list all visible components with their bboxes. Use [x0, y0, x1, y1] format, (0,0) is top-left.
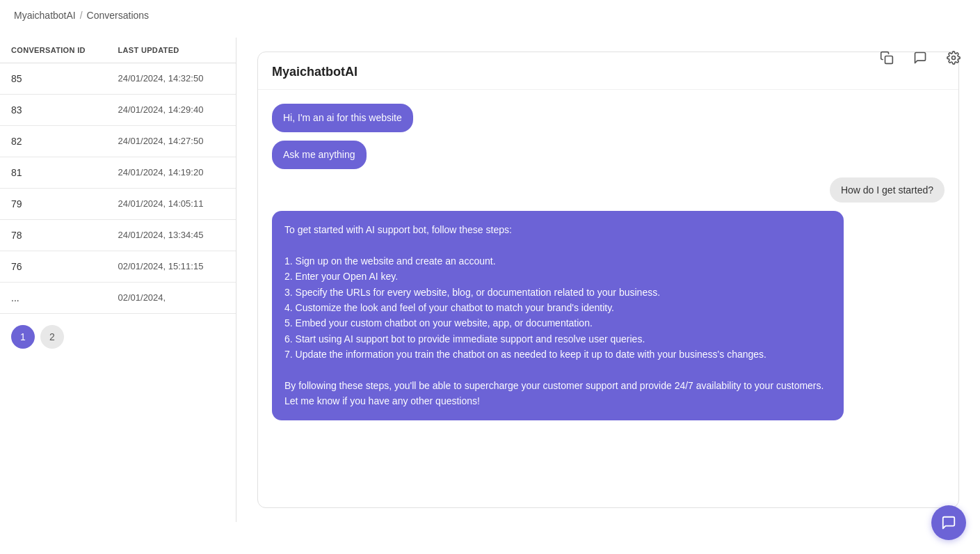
- table-row[interactable]: 78 24/01/2024, 13:34:45: [0, 220, 236, 251]
- copy-icon-button[interactable]: [874, 45, 899, 70]
- table-row[interactable]: 83 24/01/2024, 14:29:40: [0, 95, 236, 126]
- copy-icon: [880, 51, 894, 65]
- conv-date: 24/01/2024, 14:29:40: [118, 104, 225, 116]
- table-row[interactable]: 85 24/01/2024, 14:32:50: [0, 63, 236, 95]
- conv-id: ...: [11, 292, 118, 303]
- page-2-button[interactable]: 2: [40, 325, 64, 349]
- chat-widget-button[interactable]: [931, 505, 966, 540]
- main-layout: CONVERSATION ID LAST UPDATED 85 24/01/20…: [0, 38, 980, 522]
- breadcrumb-root[interactable]: MyaichatbotAI: [14, 10, 76, 21]
- bot-message: To get started with AI support bot, foll…: [272, 211, 844, 420]
- breadcrumb-current: Conversations: [87, 10, 150, 21]
- page-1-button[interactable]: 1: [11, 325, 35, 349]
- chat-title: MyaichatbotAI: [258, 52, 958, 90]
- conv-id: 83: [11, 104, 118, 116]
- table-row[interactable]: 79 24/01/2024, 14:05:11: [0, 189, 236, 220]
- svg-rect-0: [885, 56, 893, 64]
- breadcrumb: MyaichatbotAI / Conversations: [0, 0, 980, 31]
- conversation-rows: 85 24/01/2024, 14:32:50 83 24/01/2024, 1…: [0, 63, 236, 314]
- table-row[interactable]: 81 24/01/2024, 14:19:20: [0, 157, 236, 189]
- svg-point-1: [952, 56, 956, 60]
- column-header-date: LAST UPDATED: [118, 46, 225, 54]
- conv-date: 24/01/2024, 14:27:50: [118, 136, 225, 147]
- gear-icon: [947, 51, 961, 65]
- conv-date: 02/01/2024,: [118, 292, 225, 303]
- chat-messages: Hi, I'm an ai for this websiteAsk me any…: [258, 90, 958, 507]
- table-row[interactable]: 76 02/01/2024, 15:11:15: [0, 251, 236, 283]
- conv-id: 79: [11, 198, 118, 209]
- conv-date: 24/01/2024, 14:05:11: [118, 198, 225, 209]
- table-row[interactable]: ... 02/01/2024,: [0, 283, 236, 314]
- pagination: 1 2: [0, 314, 236, 360]
- chat-widget-icon: [941, 515, 956, 530]
- conv-date: 02/01/2024, 15:11:15: [118, 261, 225, 272]
- table-row[interactable]: 82 24/01/2024, 14:27:50: [0, 126, 236, 157]
- bot-message: Hi, I'm an ai for this website: [272, 104, 413, 132]
- sidebar-header: CONVERSATION ID LAST UPDATED: [0, 38, 236, 63]
- chat-icon: [913, 51, 927, 65]
- conv-id: 81: [11, 167, 118, 178]
- bot-message: Ask me anything: [272, 141, 367, 169]
- breadcrumb-separator: /: [80, 10, 83, 21]
- user-message: How do I get started?: [830, 177, 945, 203]
- conversation-list: CONVERSATION ID LAST UPDATED 85 24/01/20…: [0, 38, 236, 522]
- chat-panel: MyaichatbotAI Hi, I'm an ai for this web…: [236, 38, 980, 522]
- conv-date: 24/01/2024, 14:32:50: [118, 73, 225, 84]
- settings-icon-button[interactable]: [941, 45, 966, 70]
- chat-icon-button[interactable]: [908, 45, 933, 70]
- conv-id: 82: [11, 136, 118, 147]
- conv-id: 85: [11, 73, 118, 84]
- toolbar: [874, 45, 966, 70]
- conv-date: 24/01/2024, 14:19:20: [118, 167, 225, 178]
- column-header-id: CONVERSATION ID: [11, 46, 118, 54]
- conv-date: 24/01/2024, 13:34:45: [118, 230, 225, 241]
- chat-container: MyaichatbotAI Hi, I'm an ai for this web…: [257, 52, 959, 508]
- conv-id: 78: [11, 230, 118, 241]
- conv-id: 76: [11, 261, 118, 272]
